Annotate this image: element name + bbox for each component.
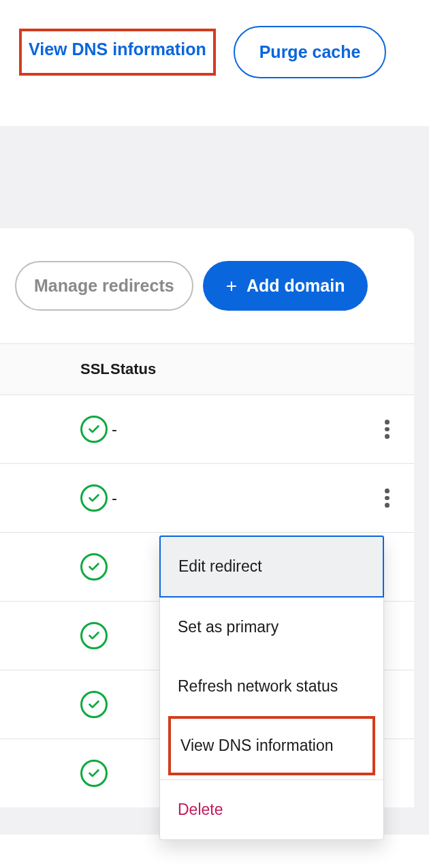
status-cell: -	[112, 489, 360, 508]
row-actions-dropdown: Edit redirect Set as primary Refresh net…	[159, 536, 384, 840]
checkmark-icon	[80, 622, 108, 649]
menu-item-set-primary[interactable]: Set as primary	[160, 598, 383, 657]
row-actions-menu-button[interactable]	[377, 489, 396, 508]
menu-item-delete[interactable]: Delete	[160, 779, 383, 839]
row-actions-menu-button[interactable]	[377, 420, 396, 439]
ssl-cell	[0, 760, 116, 787]
ssl-cell	[0, 553, 116, 580]
checkmark-icon	[80, 416, 108, 443]
view-dns-highlight: View DNS information	[19, 29, 216, 76]
ssl-cell	[0, 622, 116, 649]
manage-redirects-button[interactable]: Manage redirects	[15, 261, 193, 311]
table-row: -	[0, 395, 414, 464]
menu-item-view-dns[interactable]: View DNS information	[168, 716, 375, 775]
table-header-row: SSL Status	[0, 343, 414, 395]
header-status: Status	[110, 360, 414, 378]
checkmark-icon	[80, 760, 108, 787]
purge-cache-button[interactable]: Purge cache	[234, 26, 387, 78]
top-actions: View DNS information Purge cache	[0, 0, 429, 126]
card-action-bar: Manage redirects + Add domain	[0, 261, 414, 343]
ssl-cell	[0, 416, 116, 443]
add-domain-button[interactable]: + Add domain	[203, 261, 368, 311]
add-domain-label: Add domain	[247, 276, 345, 296]
checkmark-icon	[80, 691, 108, 718]
checkmark-icon	[80, 484, 108, 512]
menu-item-edit-redirect[interactable]: Edit redirect	[159, 536, 384, 598]
menu-item-refresh-network[interactable]: Refresh network status	[160, 657, 383, 716]
view-dns-link[interactable]: View DNS information	[29, 40, 206, 59]
plus-icon: +	[226, 277, 237, 296]
table-row: -	[0, 464, 414, 533]
status-cell: -	[112, 420, 360, 439]
ssl-cell	[0, 691, 116, 718]
header-ssl: SSL	[0, 360, 116, 378]
checkmark-icon	[80, 553, 108, 580]
ssl-cell	[0, 484, 116, 512]
